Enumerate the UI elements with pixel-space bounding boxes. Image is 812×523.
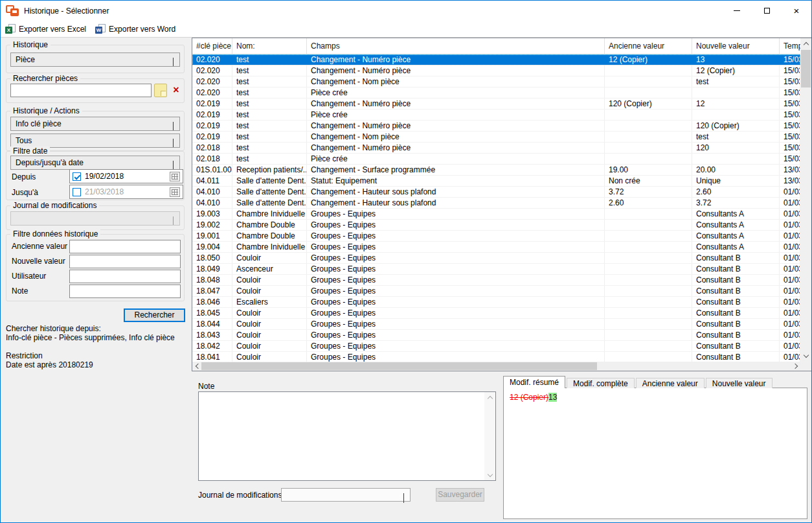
table-cell xyxy=(692,87,780,98)
table-row[interactable]: 02.018testChangement - Numéro pièce12015… xyxy=(192,143,800,154)
scroll-left-button[interactable] xyxy=(192,362,201,371)
tab-nouvelle-valeur[interactable]: Nouvelle valeur xyxy=(706,378,773,388)
table-cell: 15/03/20 xyxy=(780,65,800,76)
table-row[interactable]: 02.019testPièce crée15/03/20 xyxy=(192,110,800,121)
tab-modif-complete[interactable]: Modif. complète xyxy=(567,378,635,388)
table-row[interactable]: 02.020testPièce crée15/03/20 xyxy=(192,87,800,99)
table-row[interactable]: 02.018testPièce crée15/03/20 xyxy=(192,154,800,165)
table-row[interactable]: 19.003Chambre InividuelleGroupes - Equip… xyxy=(192,209,800,220)
table-cell: 01/03/20 xyxy=(780,275,800,285)
table-row[interactable]: 18.043CouloirGroupes - EquipesConsultant… xyxy=(192,330,800,341)
table-row[interactable]: 18.050CouloirGroupes - EquipesConsultant… xyxy=(192,253,800,264)
search-pieces-input[interactable] xyxy=(10,84,152,97)
export-excel-button[interactable]: X Exporter vers Excel xyxy=(5,24,86,34)
table-row[interactable]: 01S.01.001Reception patients/...Changeme… xyxy=(192,165,800,176)
close-button[interactable]: × xyxy=(782,1,811,21)
table-cell: Changement - Numéro pièce xyxy=(307,99,605,109)
note-filter-input[interactable] xyxy=(69,285,181,298)
tab-ancienne-valeur[interactable]: Ancienne valeur xyxy=(636,378,705,388)
table-cell: 12 xyxy=(692,99,780,109)
ancienne-valeur-input[interactable] xyxy=(69,240,181,253)
table-cell: Groupes - Equipes xyxy=(307,242,605,252)
table-cell: 02.019 xyxy=(192,121,232,131)
table-row[interactable]: 19.004Chambre InividuelleGroupes - Equip… xyxy=(192,242,800,253)
table-row[interactable]: 04.010Salle d'attente Dent...Changement … xyxy=(192,187,800,198)
table-row[interactable]: 18.046EscaliersGroupes - EquipesConsulta… xyxy=(192,297,800,308)
jusqua-checkbox[interactable] xyxy=(73,188,81,196)
table-cell: test xyxy=(232,154,307,164)
table-row[interactable]: 02.019testChangement - Numéro pièce120 (… xyxy=(192,121,800,132)
toolbar: X Exporter vers Excel W Exporter vers Wo… xyxy=(1,21,811,38)
jusqua-date-picker[interactable]: 21/03/2018 xyxy=(69,185,183,199)
table-cell: Consultant B xyxy=(692,264,780,274)
clear-search-button[interactable]: × xyxy=(169,84,183,97)
scroll-down-button[interactable] xyxy=(800,351,811,362)
table-row[interactable]: 04.010Salle d'attente Dent...Changement … xyxy=(192,198,800,209)
table-row[interactable]: 18.049AscenceurGroupes - EquipesConsulta… xyxy=(192,264,800,275)
table-row[interactable]: 02.020testChangement - Numéro pièce12 (C… xyxy=(192,65,800,76)
table-row[interactable]: 04.011Salle d'attente Dent...Statut: Equ… xyxy=(192,176,800,187)
column-header-ancienne[interactable]: Ancienne valeur xyxy=(605,38,692,54)
calendar-icon[interactable] xyxy=(170,187,180,197)
calendar-icon[interactable] xyxy=(170,172,180,181)
column-header-cle-piece[interactable]: #clé pièce xyxy=(192,38,232,54)
table-row[interactable]: 02.020testChangement - Nom piècetest15/0… xyxy=(192,76,800,87)
horizontal-scrollbar-thumb[interactable] xyxy=(201,362,597,370)
table-row[interactable]: 02.019testChangement - Nom piècetest15/0… xyxy=(192,132,800,143)
vertical-scrollbar-thumb[interactable] xyxy=(801,50,811,87)
note-textarea[interactable] xyxy=(198,391,496,481)
horizontal-scrollbar[interactable] xyxy=(192,362,811,371)
table-cell xyxy=(605,330,692,340)
sauvegarder-button[interactable]: Sauvegarder xyxy=(436,488,484,502)
maximize-button[interactable] xyxy=(752,1,782,21)
table-row[interactable]: 19.002Chambre DoubleGroupes - EquipesCon… xyxy=(192,220,800,231)
table-row[interactable]: 18.041CouloirGroupes - EquipesConsultant… xyxy=(192,352,800,362)
export-word-button[interactable]: W Exporter vers Word xyxy=(95,24,175,34)
depuis-checkbox[interactable] xyxy=(73,172,81,181)
table-row[interactable]: 18.042CouloirGroupes - EquipesConsultant… xyxy=(192,341,800,352)
table-row[interactable]: 18.044CouloirGroupes - EquipesConsultant… xyxy=(192,319,800,330)
scroll-up-button[interactable] xyxy=(800,38,811,49)
table-row[interactable]: 19.001Chambre DoubleGroupes - EquipesCon… xyxy=(192,231,800,242)
table-row[interactable]: 18.047CouloirGroupes - EquipesConsultant… xyxy=(192,286,800,297)
column-header-nom[interactable]: Nom: xyxy=(232,38,307,54)
scroll-right-button[interactable] xyxy=(791,362,800,371)
note-scroll-down-button[interactable] xyxy=(484,470,495,480)
journal-select[interactable] xyxy=(10,211,180,226)
filtre-date-select[interactable]: Depuis/jusqu'à date xyxy=(10,156,180,170)
utilisateur-input[interactable] xyxy=(69,270,181,283)
historique-group: Historique Pièce xyxy=(6,45,185,73)
column-header-champs[interactable]: Champs xyxy=(307,38,605,54)
actions-filter-select[interactable]: Tous xyxy=(10,134,180,148)
historique-select[interactable]: Pièce xyxy=(10,52,180,67)
minimize-button[interactable] xyxy=(722,1,752,21)
rechercher-button[interactable]: Rechercher xyxy=(124,308,185,322)
table-row[interactable]: 02.020testChangement - Numéro pièce12 (C… xyxy=(192,54,800,65)
table-row[interactable]: 18.048CouloirGroupes - EquipesConsultant… xyxy=(192,275,800,286)
actions-type-select[interactable]: Info clé pièce xyxy=(10,117,180,131)
filtre-date-label: Filtre date xyxy=(10,146,50,156)
nouvelle-valeur-input[interactable] xyxy=(69,255,181,268)
table-cell xyxy=(605,341,692,351)
tab-modif-resume[interactable]: Modif. résumé xyxy=(503,376,565,388)
note-scroll-up-button[interactable] xyxy=(484,392,495,402)
table-row[interactable]: 18.045CouloirGroupes - EquipesConsultant… xyxy=(192,308,800,319)
note-scrollbar[interactable] xyxy=(484,392,495,480)
table-cell xyxy=(605,132,692,142)
table-cell: 01/03/20 xyxy=(780,330,800,340)
journal-modif-select[interactable] xyxy=(281,488,411,502)
depuis-date-picker[interactable]: 19/02/2018 xyxy=(69,169,183,183)
browse-button[interactable] xyxy=(154,84,167,97)
table-cell: 01/03/20 xyxy=(780,308,800,318)
window-title: Historique - Sélectionner xyxy=(24,6,109,16)
vertical-scrollbar[interactable] xyxy=(800,38,811,362)
table-cell: Couloir xyxy=(232,330,307,340)
column-header-nouvelle[interactable]: Nouvelle valeur xyxy=(692,38,780,54)
column-header-temps[interactable]: Temps/H xyxy=(780,38,800,54)
note-filter-label: Note xyxy=(12,286,28,296)
restriction-line1: Restriction xyxy=(6,351,93,360)
table-cell: Changement - Hauteur sous plafond xyxy=(307,187,605,197)
table-body: 02.020testChangement - Numéro pièce12 (C… xyxy=(192,54,800,362)
table-row[interactable]: 02.019testChangement - Numéro pièce120 (… xyxy=(192,99,800,110)
table-cell: Salle d'attente Dent... xyxy=(232,176,307,186)
